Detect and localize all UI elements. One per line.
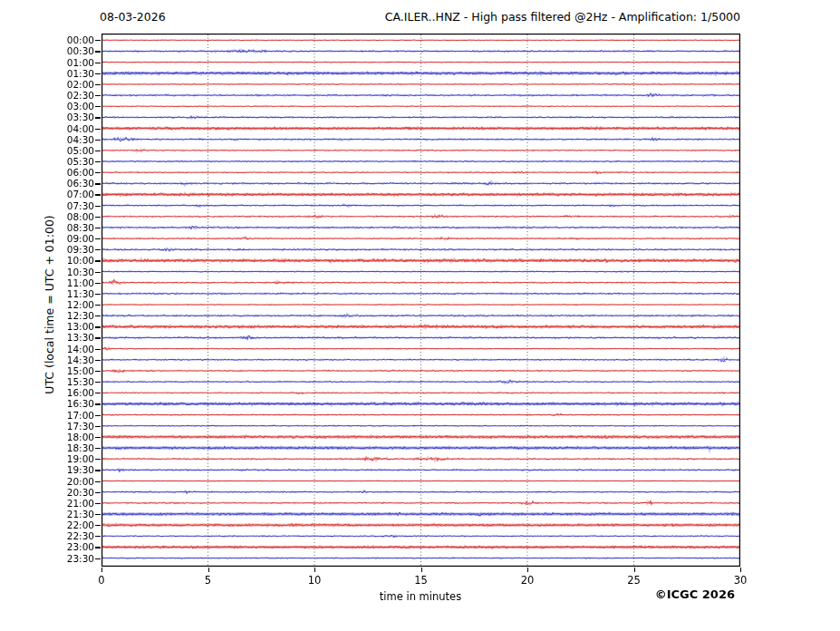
- y-tick-label: 11:30: [67, 288, 94, 299]
- x-tick-mark: [208, 568, 209, 572]
- y-tick-label: 01:30: [67, 68, 94, 79]
- y-tick-label: 17:00: [67, 410, 94, 421]
- y-tick-label: 15:00: [67, 365, 94, 376]
- x-tick-label: 10: [308, 574, 322, 587]
- y-tick-label: 00:30: [67, 45, 94, 56]
- y-tick-label: 09:30: [67, 244, 94, 255]
- y-tick-label: 22:30: [67, 530, 94, 541]
- y-tick-mark: [95, 448, 101, 449]
- y-tick-mark: [95, 514, 101, 515]
- y-tick-mark: [95, 63, 101, 63]
- y-tick-mark: [95, 238, 101, 239]
- y-tick-mark: [95, 51, 101, 52]
- copyright-label: ©ICGC 2026: [655, 587, 735, 601]
- y-tick-mark: [95, 40, 101, 41]
- y-tick-mark: [95, 249, 101, 250]
- x-tick-mark: [314, 568, 315, 572]
- y-tick-mark: [95, 403, 101, 404]
- y-tick-mark: [95, 547, 101, 548]
- y-tick-mark: [95, 525, 101, 526]
- date-label: 08-03-2026: [100, 10, 166, 24]
- y-tick-label: 12:30: [67, 310, 94, 321]
- x-tick-mark: [634, 568, 635, 572]
- y-tick-mark: [95, 272, 101, 273]
- y-tick-label: 13:00: [67, 321, 94, 332]
- y-tick-label: 12:00: [67, 299, 94, 310]
- y-tick-mark: [95, 316, 101, 316]
- y-tick-mark: [95, 294, 101, 295]
- y-tick-mark: [95, 183, 101, 184]
- y-tick-label: 11:00: [67, 277, 94, 288]
- y-tick-mark: [95, 84, 101, 85]
- y-tick-mark: [95, 360, 101, 361]
- y-tick-mark: [95, 326, 101, 327]
- y-tick-label: 21:30: [67, 509, 94, 519]
- y-tick-label: 22:00: [67, 519, 94, 530]
- y-tick-mark: [95, 150, 101, 151]
- y-tick-mark: [95, 161, 101, 162]
- y-tick-label: 00:00: [67, 34, 94, 45]
- y-tick-label: 03:00: [67, 101, 94, 112]
- y-tick-mark: [95, 228, 101, 228]
- y-tick-label: 02:30: [67, 90, 94, 101]
- y-tick-label: 02:00: [67, 79, 94, 90]
- y-tick-label: 16:00: [67, 387, 94, 398]
- y-tick-label: 10:30: [67, 267, 94, 277]
- y-tick-label: 21:00: [67, 498, 94, 509]
- y-tick-label: 06:00: [67, 167, 94, 178]
- y-tick-label: 08:00: [67, 211, 94, 222]
- y-tick-mark: [95, 95, 101, 96]
- y-tick-mark: [95, 492, 101, 493]
- y-tick-label: 15:30: [67, 376, 94, 387]
- y-tick-label: 05:30: [67, 156, 94, 167]
- y-tick-label: 04:00: [67, 123, 94, 134]
- x-tick-label: 15: [414, 574, 428, 587]
- seismogram-figure: 08-03-2026 CA.ILER..HNZ - High pass filt…: [0, 0, 840, 631]
- y-tick-mark: [95, 459, 101, 460]
- y-tick-mark: [95, 260, 101, 261]
- y-tick-label: 07:00: [67, 189, 94, 199]
- y-tick-mark: [95, 305, 101, 306]
- y-tick-mark: [95, 217, 101, 218]
- y-tick-label: 03:30: [67, 112, 94, 122]
- x-tick-mark: [527, 568, 528, 572]
- helicorder-canvas: [101, 34, 740, 567]
- y-tick-mark: [95, 558, 101, 559]
- y-tick-mark: [95, 206, 101, 207]
- y-tick-mark: [95, 73, 101, 74]
- y-tick-mark: [95, 349, 101, 350]
- y-tick-mark: [95, 503, 101, 504]
- y-tick-label: 23:00: [67, 541, 94, 552]
- y-tick-mark: [95, 283, 101, 284]
- x-tick-mark: [740, 568, 741, 572]
- y-tick-label: 23:30: [67, 553, 94, 564]
- x-tick-mark: [421, 568, 422, 572]
- chart-title: CA.ILER..HNZ - High pass filtered @2Hz -…: [385, 10, 740, 24]
- y-tick-label: 19:30: [67, 464, 94, 475]
- y-tick-label: 07:30: [67, 200, 94, 211]
- y-tick-mark: [95, 437, 101, 438]
- x-tick-label: 20: [521, 574, 535, 587]
- plot-area: [101, 34, 740, 567]
- x-tick-label: 5: [205, 574, 211, 587]
- y-tick-mark: [95, 470, 101, 471]
- y-tick-label: 18:30: [67, 442, 94, 453]
- y-tick-label: 14:00: [67, 344, 94, 354]
- y-tick-label: 20:00: [67, 476, 94, 487]
- y-tick-label: 06:30: [67, 178, 94, 189]
- y-tick-mark: [95, 371, 101, 372]
- y-tick-label: 20:30: [67, 487, 94, 498]
- y-tick-mark: [95, 536, 101, 537]
- y-tick-label: 09:00: [67, 233, 94, 244]
- x-tick-label: 25: [627, 574, 641, 587]
- y-tick-mark: [95, 393, 101, 393]
- y-tick-mark: [95, 426, 101, 427]
- y-tick-label: 19:00: [67, 453, 94, 464]
- y-tick-label: 08:30: [67, 222, 94, 233]
- y-tick-mark: [95, 382, 101, 383]
- y-tick-label: 16:30: [67, 398, 94, 409]
- y-tick-mark: [95, 140, 101, 141]
- y-tick-mark: [95, 106, 101, 107]
- y-tick-label: 18:00: [67, 432, 94, 442]
- y-tick-label: 01:00: [67, 57, 94, 68]
